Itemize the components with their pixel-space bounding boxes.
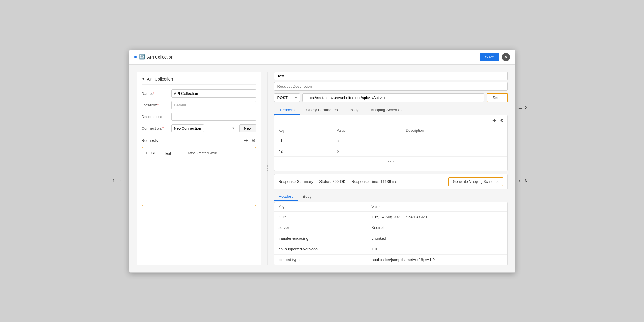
resp-value-transfer: chunked [367,233,507,244]
new-connection-button[interactable]: New [239,124,256,132]
connection-field-group: Connection:* NewConnection New [142,124,256,132]
location-field-group: Location:* [142,101,256,109]
left-panel: ▼ API Collection Name:* Location:* [137,72,261,265]
request-method: POST [146,151,158,155]
col-key: Key [274,126,333,135]
resp-row-date: date Tue, 24 Aug 2021 17:54:13 GMT [274,211,507,222]
header-value-2: b [333,146,402,156]
requests-section: Requests ✚ ⚙ POST Test https://restapi.a… [142,137,256,206]
col-value: Value [333,126,402,135]
method-select[interactable]: POST GET PUT DELETE [274,93,300,102]
resp-key-api-versions: api-supported-versions [274,244,368,254]
response-table-wrap: Key Value date Tue, 24 Aug 2021 17:54:13… [274,202,508,265]
connection-select[interactable]: NewConnection [171,124,204,132]
divider-dot-3 [267,170,268,171]
response-time: Response Time: 11139 ms [351,179,397,184]
resp-row-transfer-encoding: transfer-encoding chunked [274,233,507,244]
right-panel: POST GET PUT DELETE Send Headers Query P… [274,72,508,265]
description-input[interactable] [171,113,256,121]
resp-value-server: Kestrel [367,222,507,233]
header-ellipsis-row: • • • [274,156,507,167]
save-button[interactable]: Save [480,53,499,61]
close-button[interactable]: ✕ [502,53,510,61]
request-tabs-bar: Headers Query Parameters Body Mapping Sc… [274,105,508,115]
url-row: POST GET PUT DELETE Send [274,93,508,102]
requests-list: POST Test https://restapi.azur... [142,147,256,206]
ann3-arrow: ← [518,178,523,184]
ann1-label: 1 [113,178,115,183]
request-item[interactable]: POST Test https://restapi.azur... [142,147,256,159]
tab-body[interactable]: Body [344,105,365,115]
headers-table-area: ✚ ⚙ Key Value Description [274,115,508,171]
request-name: Test [164,151,182,155]
response-summary-label: Response Summary [279,179,314,184]
connection-label: Connection:* [142,126,171,131]
resp-value-content-type: application/json; charset=utf-8; v=1.0 [367,254,507,265]
add-header-button[interactable]: ✚ [492,117,497,124]
divider-dot-1 [267,165,268,167]
add-request-button[interactable]: ✚ [243,137,249,144]
ann1-arrow: → [117,178,123,184]
headers-table: Key Value Description h1 a [274,126,507,167]
resp-key-transfer: transfer-encoding [274,233,368,244]
resp-col-value: Value [367,202,507,212]
requests-title: Requests [142,138,158,143]
generate-mapping-schemas-button[interactable]: Generate Mapping Schemas [448,177,503,186]
resp-key-content-type: content-type [274,254,368,265]
response-tab-body[interactable]: Body [298,192,317,201]
collection-title: API Collection [147,77,173,81]
chevron-down-icon: ▼ [142,77,145,81]
send-button[interactable]: Send [487,93,507,102]
api-icon: 🔄 [139,54,145,60]
ann3-label: 3 [525,178,527,183]
location-label: Location:* [142,103,171,107]
annotation-2: ← 2 [518,105,527,111]
annotation-1: 1 → [113,178,123,184]
connection-select-wrapper: NewConnection [171,124,237,132]
request-description-input[interactable] [274,82,508,91]
name-input[interactable] [171,89,256,98]
request-title-input[interactable] [274,72,508,80]
header-value-1: a [333,135,402,146]
header-desc-2 [402,146,507,156]
header-settings-button[interactable]: ⚙ [499,117,504,124]
tab-mapping-schemas[interactable]: Mapping Schemas [364,105,408,115]
col-description: Description [402,126,507,135]
resp-value-api-versions: 1.0 [367,244,507,254]
annotation-3: ← 3 [518,178,527,184]
tab-headers[interactable]: Headers [274,105,300,115]
description-field-group: Description: [142,113,256,121]
collection-header: ▼ API Collection [142,77,256,85]
request-url: https://restapi.azur... [188,151,251,155]
connection-row: NewConnection New [171,124,256,132]
name-field-group: Name:* [142,89,256,98]
dot-indicator [134,56,137,58]
resp-row-api-versions: api-supported-versions 1.0 [274,244,507,254]
resp-key-server: server [274,222,368,233]
header-key-2: h2 [274,146,333,156]
header-row-2[interactable]: h2 b [274,146,507,156]
response-status: Status: 200 OK [319,179,345,184]
response-tab-headers[interactable]: Headers [274,192,298,201]
titlebar: 🔄 API Collection Save ✕ [129,50,515,65]
url-input[interactable] [302,93,485,102]
window-title: API Collection [147,55,173,59]
divider-dot-2 [267,168,268,169]
response-table: Key Value date Tue, 24 Aug 2021 17:54:13… [274,202,507,265]
resp-key-date: date [274,211,368,222]
header-row-1[interactable]: h1 a [274,135,507,146]
ann2-label: 2 [525,106,527,110]
tab-query-params[interactable]: Query Parameters [300,105,344,115]
response-summary: Response Summary Status: 200 OK Response… [274,174,508,189]
panel-divider [267,72,268,265]
location-input[interactable] [171,101,256,109]
response-tabs-bar: Headers Body [274,192,508,201]
resp-row-server: server Kestrel [274,222,507,233]
requests-actions: ✚ ⚙ [243,137,256,144]
resp-row-content-type: content-type application/json; charset=u… [274,254,507,265]
header-key-1: h1 [274,135,333,146]
content-area: ▼ API Collection Name:* Location:* [129,65,515,272]
name-label: Name:* [142,91,171,96]
settings-button[interactable]: ⚙ [251,137,256,144]
requests-header: Requests ✚ ⚙ [142,137,256,144]
